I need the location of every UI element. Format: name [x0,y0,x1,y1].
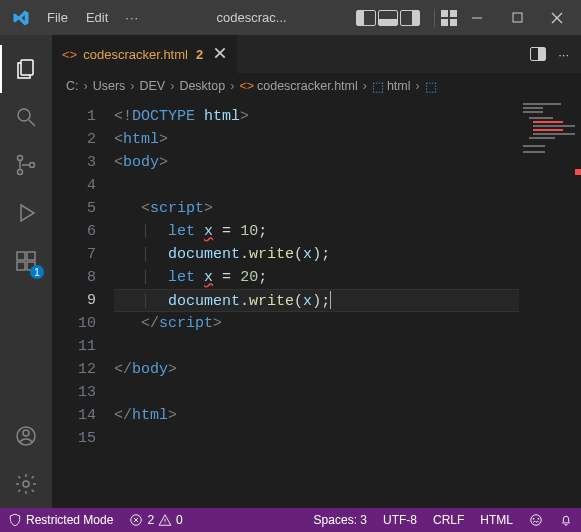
window-close-button[interactable] [537,0,577,35]
svg-point-16 [23,430,29,436]
extensions-badge: 1 [30,265,44,279]
window-minimize-button[interactable] [457,0,497,35]
status-notifications-icon[interactable] [551,508,581,532]
code-line[interactable]: | document.write(x); [114,243,581,266]
activity-source-control[interactable] [0,141,52,189]
divider [434,9,435,27]
status-indent[interactable]: Spaces: 3 [306,508,375,532]
line-number: 8 [52,266,96,289]
svg-point-8 [18,170,23,175]
code-line[interactable]: | document.write(x); [114,289,581,312]
code-line[interactable] [114,381,581,404]
status-problems[interactable]: 2 0 [121,508,190,532]
code-line[interactable]: </html> [114,404,581,427]
svg-marker-10 [21,205,34,221]
code-line[interactable]: <body> [114,151,581,174]
symbol-icon: ⬚ [425,79,437,94]
activity-settings[interactable] [0,460,52,508]
breadcrumb-segment[interactable]: C: [66,79,79,93]
status-eol[interactable]: CRLF [425,508,472,532]
activity-accounts[interactable] [0,412,52,460]
tab-filename: codescracker.html [83,47,188,62]
status-feedback-icon[interactable] [521,508,551,532]
svg-line-6 [29,120,35,126]
title-bar: File Edit ··· codescrac... [0,0,581,35]
editor-tabs: <> codescracker.html 2 ··· [52,35,581,73]
code-line[interactable]: <!DOCTYPE html> [114,105,581,128]
line-number: 10 [52,312,96,335]
breadcrumb-segment[interactable]: DEV [140,79,166,93]
line-number: 1 [52,105,96,128]
minimap[interactable] [519,99,581,508]
line-number: 9 [52,289,96,312]
tab-codescracker[interactable]: <> codescracker.html 2 [52,35,238,73]
svg-point-25 [531,515,542,526]
breadcrumb[interactable]: C:›Users›DEV›Desktop› <> codescracker.ht… [52,73,581,99]
line-number: 11 [52,335,96,358]
code-line[interactable] [114,427,581,450]
split-editor-icon[interactable] [530,47,546,61]
menu-edit[interactable]: Edit [77,10,117,25]
line-number: 3 [52,151,96,174]
window-title: codescrac... [147,10,356,25]
chevron-right-icon: › [416,79,420,93]
code-line[interactable]: </body> [114,358,581,381]
line-number: 6 [52,220,96,243]
line-number: 12 [52,358,96,381]
line-number: 14 [52,404,96,427]
activity-search[interactable] [0,93,52,141]
activity-bar: 1 [0,35,52,508]
chevron-right-icon: › [363,79,367,93]
svg-point-17 [23,481,29,487]
svg-rect-14 [27,252,35,260]
svg-point-9 [30,163,35,168]
layout-controls [356,10,420,26]
toggle-sidebar-icon[interactable] [356,10,376,26]
html-file-icon: <> [62,47,77,62]
line-number-gutter: 123456789101112131415 [52,99,114,508]
tab-close-icon[interactable] [213,46,227,63]
breadcrumb-symbol[interactable]: html [387,79,411,93]
chevron-right-icon: › [84,79,88,93]
activity-explorer[interactable] [0,45,52,93]
code-line[interactable] [114,174,581,197]
line-number: 5 [52,197,96,220]
code-content[interactable]: <!DOCTYPE html><html><body> <script> | l… [114,99,581,508]
code-line[interactable]: | let x = 20; [114,266,581,289]
svg-rect-12 [17,262,25,270]
svg-rect-1 [513,13,522,22]
breadcrumb-segment[interactable]: Users [93,79,126,93]
customize-layout-icon[interactable] [441,10,457,26]
toggle-secondary-sidebar-icon[interactable] [400,10,420,26]
line-number: 15 [52,427,96,450]
html-file-icon: <> [239,79,254,93]
code-editor[interactable]: 123456789101112131415 <!DOCTYPE html><ht… [52,99,581,508]
menu-more[interactable]: ··· [117,10,147,25]
menu-file[interactable]: File [38,10,77,25]
svg-rect-4 [21,60,33,75]
code-line[interactable]: | let x = 10; [114,220,581,243]
status-language[interactable]: HTML [472,508,521,532]
window-maximize-button[interactable] [497,0,537,35]
svg-point-27 [538,518,539,519]
status-encoding[interactable]: UTF-8 [375,508,425,532]
editor-more-icon[interactable]: ··· [558,47,569,62]
activity-extensions[interactable]: 1 [0,237,52,285]
line-number: 4 [52,174,96,197]
line-number: 7 [52,243,96,266]
breadcrumb-segment[interactable]: Desktop [179,79,225,93]
chevron-right-icon: › [170,79,174,93]
vscode-logo-icon [4,9,38,27]
breadcrumb-file[interactable]: codescracker.html [257,79,358,93]
toggle-panel-icon[interactable] [378,10,398,26]
code-line[interactable]: <html> [114,128,581,151]
code-line[interactable]: <script> [114,197,581,220]
svg-point-7 [18,156,23,161]
activity-run-debug[interactable] [0,189,52,237]
line-number: 13 [52,381,96,404]
symbol-icon: ⬚ [372,79,384,94]
code-line[interactable]: </script> [114,312,581,335]
status-restricted-mode[interactable]: Restricted Mode [0,508,121,532]
svg-point-26 [533,518,534,519]
code-line[interactable] [114,335,581,358]
